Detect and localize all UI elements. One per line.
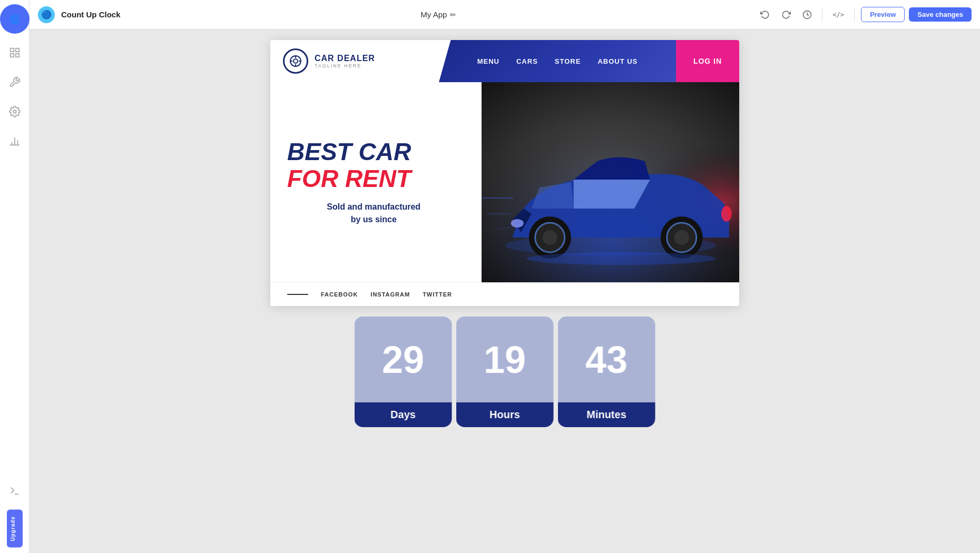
brand-name: CAR DEALER bbox=[315, 54, 375, 63]
nav-item-menu[interactable]: MENU bbox=[477, 57, 499, 65]
nav-item-cars[interactable]: CARS bbox=[516, 57, 538, 65]
hero-title-line2: FOR RENT bbox=[287, 165, 460, 192]
upgrade-button[interactable]: Upgrade bbox=[7, 510, 23, 548]
history-button[interactable] bbox=[799, 6, 816, 23]
svg-point-22 bbox=[721, 206, 731, 222]
sidebar-bottom: Upgrade bbox=[0, 476, 30, 548]
code-view-button[interactable]: </> bbox=[829, 6, 848, 23]
hero-description: Sold and manufactured by us since bbox=[287, 201, 460, 226]
sidebar-item-grid[interactable] bbox=[0, 38, 30, 67]
svg-point-12 bbox=[293, 59, 298, 63]
car-illustration bbox=[482, 82, 740, 282]
counter-days-label: Days bbox=[355, 402, 452, 427]
main-area: 🔵 Count Up Clock My App ✏ bbox=[30, 0, 980, 553]
hero-title-line1: BEST CAR bbox=[287, 139, 460, 165]
preview-wrapper: CAR DEALER TAGLINE HERE MENU CARS STORE … bbox=[270, 40, 739, 396]
hero-section: BEST CAR FOR RENT Sold and manufactured … bbox=[270, 82, 739, 282]
topbar: 🔵 Count Up Clock My App ✏ bbox=[30, 0, 980, 29]
svg-rect-0 bbox=[10, 48, 13, 52]
nav-logo-section: CAR DEALER TAGLINE HERE bbox=[270, 40, 439, 82]
save-button[interactable]: Save changes bbox=[909, 7, 972, 22]
sidebar-item-analytics[interactable] bbox=[0, 126, 30, 156]
counter-hours-label: Hours bbox=[456, 402, 554, 427]
sidebar-item-plugins[interactable] bbox=[0, 67, 30, 97]
counter-section: 29 Days 19 Hours 43 Minutes bbox=[355, 317, 655, 427]
topbar-center: My App ✏ bbox=[127, 10, 751, 19]
svg-point-21 bbox=[511, 219, 523, 228]
svg-point-4 bbox=[13, 110, 16, 113]
svg-point-32 bbox=[526, 252, 716, 265]
counter-days-value: 29 bbox=[382, 317, 424, 402]
social-instagram[interactable]: INSTAGRAM bbox=[370, 291, 410, 298]
svg-rect-1 bbox=[15, 48, 18, 52]
sidebar-logo[interactable]: 🌀 bbox=[0, 4, 30, 34]
app-name-label: My App bbox=[420, 10, 447, 19]
nav-logo-text: CAR DEALER TAGLINE HERE bbox=[315, 54, 375, 68]
nav-item-about[interactable]: ABOUT US bbox=[597, 57, 638, 65]
hero-left: BEST CAR FOR RENT Sold and manufactured … bbox=[270, 82, 482, 282]
brand-logo-icon bbox=[283, 48, 308, 74]
sidebar-item-settings[interactable] bbox=[0, 97, 30, 126]
nav-item-store[interactable]: STORE bbox=[555, 57, 581, 65]
topbar-actions: </> Preview Save changes bbox=[757, 6, 972, 23]
topbar-divider bbox=[822, 8, 822, 21]
preview-button[interactable]: Preview bbox=[861, 7, 905, 22]
brand-tagline: TAGLINE HERE bbox=[315, 63, 375, 68]
social-bar: FACEBOOK INSTAGRAM TWITTER bbox=[270, 282, 739, 306]
nav-login-section[interactable]: LOG IN bbox=[676, 40, 739, 82]
hero-desc-line1: Sold and manufactured bbox=[327, 202, 420, 211]
hero-desc-line2: by us since bbox=[351, 215, 397, 224]
app-logo: 🔵 bbox=[38, 6, 55, 23]
svg-point-28 bbox=[674, 230, 689, 245]
redo-button[interactable] bbox=[778, 6, 795, 23]
preview-frame: CAR DEALER TAGLINE HERE MENU CARS STORE … bbox=[270, 40, 739, 306]
counter-minutes-card: 43 Minutes bbox=[558, 317, 655, 427]
svg-point-25 bbox=[542, 230, 557, 245]
svg-rect-3 bbox=[15, 54, 18, 57]
site-navbar: CAR DEALER TAGLINE HERE MENU CARS STORE … bbox=[270, 40, 739, 82]
login-label[interactable]: LOG IN bbox=[693, 57, 722, 65]
social-facebook[interactable]: FACEBOOK bbox=[321, 291, 358, 298]
app-title: Count Up Clock bbox=[61, 10, 121, 19]
canvas-area: CAR DEALER TAGLINE HERE MENU CARS STORE … bbox=[30, 29, 980, 553]
nav-menu-section: MENU CARS STORE ABOUT US bbox=[439, 40, 676, 82]
counter-hours-card: 19 Hours bbox=[456, 317, 554, 427]
sidebar: 🌀 Upgrade bbox=[0, 0, 30, 553]
social-divider bbox=[287, 294, 308, 295]
undo-button[interactable] bbox=[757, 6, 773, 23]
topbar-divider2 bbox=[854, 8, 855, 21]
counter-hours-value: 19 bbox=[484, 317, 526, 402]
social-twitter[interactable]: TWITTER bbox=[423, 291, 452, 298]
sidebar-item-terminal[interactable] bbox=[0, 476, 30, 506]
hero-right bbox=[482, 82, 740, 282]
counter-minutes-label: Minutes bbox=[558, 402, 655, 427]
svg-rect-2 bbox=[10, 54, 13, 57]
edit-app-name-icon[interactable]: ✏ bbox=[450, 11, 456, 19]
counter-minutes-value: 43 bbox=[585, 317, 628, 402]
counter-days-card: 29 Days bbox=[355, 317, 452, 427]
